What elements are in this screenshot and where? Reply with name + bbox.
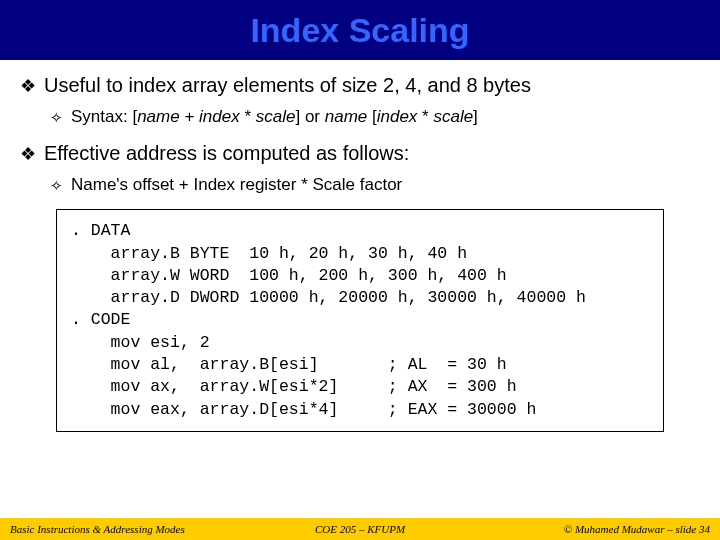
syntax-scale: scale: [433, 107, 473, 126]
footer-right: © Muhamed Mudawar – slide 34: [564, 523, 710, 535]
bullet-text: Syntax: [name + index * scale] or name […: [71, 107, 478, 127]
footer-left: Basic Instructions & Addressing Modes: [10, 523, 185, 535]
txt: +: [180, 107, 199, 126]
cross-icon: ✧: [50, 175, 63, 198]
cross-icon: ✧: [50, 107, 63, 130]
bullet-text: Effective address is computed as follows…: [44, 142, 409, 165]
bullet-level2: ✧ Syntax: [name + index * scale] or name…: [50, 107, 700, 130]
txt: ] or: [295, 107, 324, 126]
bullet-text: Useful to index array elements of size 2…: [44, 74, 531, 97]
slide-footer: Basic Instructions & Addressing Modes CO…: [0, 518, 720, 540]
txt: ]: [473, 107, 478, 126]
bullet-level1: ❖ Useful to index array elements of size…: [20, 74, 700, 99]
txt: Syntax: [: [71, 107, 137, 126]
slide-content: ❖ Useful to index array elements of size…: [0, 60, 720, 432]
footer-center: COE 205 – KFUPM: [315, 523, 405, 535]
txt: *: [240, 107, 256, 126]
syntax-index: index: [199, 107, 240, 126]
syntax-name: name: [325, 107, 368, 126]
code-block: . DATA array.B BYTE 10 h, 20 h, 30 h, 40…: [56, 209, 664, 431]
slide-title: Index Scaling: [250, 11, 469, 50]
bullet-text: Name's offset + Index register * Scale f…: [71, 175, 402, 195]
bullet-level1: ❖ Effective address is computed as follo…: [20, 142, 700, 167]
txt: *: [417, 107, 433, 126]
txt: [: [367, 107, 376, 126]
diamond-icon: ❖: [20, 142, 36, 167]
syntax-scale: scale: [256, 107, 296, 126]
syntax-name: name: [137, 107, 180, 126]
syntax-index: index: [377, 107, 418, 126]
bullet-level2: ✧ Name's offset + Index register * Scale…: [50, 175, 700, 198]
diamond-icon: ❖: [20, 74, 36, 99]
title-bar: Index Scaling: [0, 0, 720, 60]
